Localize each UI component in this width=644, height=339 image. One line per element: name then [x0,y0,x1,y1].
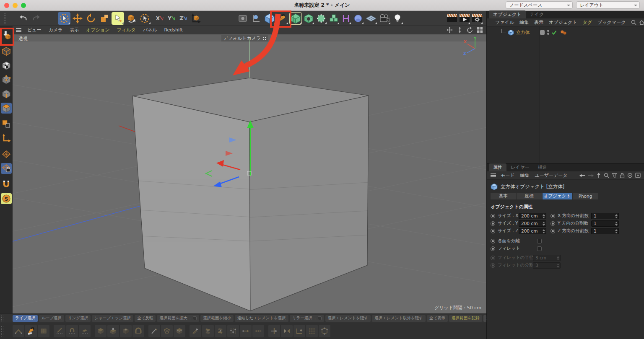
quadrangulate-tool[interactable] [38,325,49,337]
mirror-tool[interactable] [268,325,280,337]
cube-object[interactable] [132,78,369,311]
scale-tool-button[interactable] [98,12,111,25]
section-tab-basic[interactable]: 基本 [491,193,516,199]
make-editable-button[interactable] [1,30,12,41]
edge-mode-button[interactable] [1,88,12,99]
toolbar-drag-handle[interactable] [3,13,6,24]
ring-selection-command[interactable]: リング選択 [65,315,91,322]
live-selection-command[interactable]: ライブ選択 [13,315,38,322]
lock-x-axis-button[interactable]: X [154,12,165,25]
viewport-menu-icon[interactable] [16,28,21,32]
search-icon[interactable] [631,20,636,25]
snap-button[interactable] [1,179,12,190]
shrink-selection-command[interactable]: 選択範囲を縮小 [200,315,234,322]
collapse-tool[interactable] [281,325,293,337]
dolly-view-icon[interactable] [457,27,463,33]
menu-camera[interactable]: カメラ [49,27,63,33]
asset-box-button[interactable] [236,12,249,25]
untriangulate-tool[interactable] [215,325,226,337]
nodespace-select[interactable]: ノードスペース [506,1,573,9]
filter-icon[interactable] [612,173,617,178]
keyframe-radio[interactable] [491,246,495,251]
live-selection-tool-button[interactable] [58,12,70,25]
minimize-window-button[interactable] [13,3,18,8]
menu-options[interactable]: オプション [86,27,109,33]
history-back-icon[interactable] [579,173,585,178]
knife-tool[interactable] [148,325,160,337]
om-menu-tags[interactable]: タグ [583,19,592,26]
lock-workplane-button[interactable] [1,163,12,174]
om-menu-bookmarks[interactable]: ブックマーク [597,19,626,26]
rotate-view-icon[interactable] [467,27,473,33]
select-connected-command[interactable]: 連結したエレメントを選択 [235,315,288,322]
redo-button[interactable] [30,12,43,25]
om-menu-file[interactable]: ファイル [495,19,514,26]
size-y-field[interactable]: 200 cm [519,220,546,227]
focus-target-icon[interactable] [627,173,633,178]
lock-icon[interactable] [620,173,625,178]
toggle-view-layout-icon[interactable] [477,27,483,33]
boole-generator-button[interactable] [303,12,314,25]
smooth-shift-tool[interactable] [161,325,173,337]
grow-selection-command[interactable]: 選択範囲を拡大... [157,315,199,322]
subdivision-surface-button[interactable] [289,12,302,25]
cage-deform-tool[interactable] [319,325,330,337]
keyframe-radio[interactable] [491,221,495,226]
object-tree[interactable]: 立方体 [487,27,644,163]
attribute-menu-icon[interactable] [491,173,496,177]
stepper-icon[interactable] [615,214,618,218]
line-cut-tool[interactable] [54,325,65,337]
point-snap-grid-tool[interactable] [306,325,318,337]
lock-y-axis-button[interactable]: Y [166,12,177,25]
camera-object-button[interactable] [378,12,391,25]
am-menu-mode[interactable]: モード [501,172,515,179]
spline-tools-button[interactable] [340,12,351,25]
render-view-button[interactable] [446,12,458,25]
coordinate-system-button[interactable] [190,12,202,25]
keyframe-radio[interactable] [491,239,495,243]
hide-selected-command[interactable]: 選択エレメントを隠す [325,315,371,322]
object-row-cube[interactable]: 立方体 [487,28,644,36]
deformer-button[interactable] [315,12,327,25]
normal-move-tool[interactable] [190,325,201,337]
home-icon[interactable] [639,20,644,25]
subdivide-tool[interactable] [202,325,214,337]
lock-z-axis-button[interactable]: Z [178,12,189,25]
keyframe-radio[interactable] [551,229,555,233]
om-menu-view[interactable]: 表示 [534,19,543,26]
enabled-check-icon[interactable] [551,30,557,35]
phong-tag-icon[interactable] [560,30,567,35]
pan-view-icon[interactable] [447,27,453,33]
keyframe-radio[interactable] [491,229,495,233]
axis-chart-button[interactable] [250,12,262,25]
menu-view[interactable]: ビュー [27,27,42,33]
stepper-icon[interactable] [615,222,618,226]
texture-mode-button[interactable] [1,60,12,71]
extrude-inner-tool[interactable] [120,325,132,337]
object-name[interactable]: 立方体 [516,29,530,36]
mirror-selection-command[interactable]: ミラー選択... [290,315,324,322]
render-to-picture-viewer-button[interactable] [459,12,470,25]
split-tool[interactable] [252,325,264,337]
keyframe-radio[interactable] [491,214,495,218]
matrix-extrude-tool[interactable] [132,325,144,337]
camera-options-icon[interactable] [263,37,266,40]
sharp-edge-selection-command[interactable]: シャープエッジ選択 [92,315,133,322]
keyframe-radio[interactable] [551,214,555,218]
close-window-button[interactable] [4,3,9,8]
search-icon[interactable] [604,173,609,178]
bar-drag-handle[interactable] [1,326,3,336]
field-button[interactable] [352,12,364,25]
viewport-3d[interactable]: 透視 デフォルトカメラ Y X Z グリッド間隔 : 50 cm [13,34,486,313]
enable-axis-button[interactable] [1,133,12,144]
segments-y-field[interactable]: 1 [591,220,619,227]
extrude-tool[interactable] [107,325,119,337]
invert-all-command[interactable]: 全て反転 [135,315,156,322]
viewport-canvas[interactable] [13,34,486,313]
section-tab-coordinates[interactable]: 座標 [517,193,542,199]
axis-center-tool[interactable] [293,325,305,337]
section-tab-object[interactable]: オブジェクト [543,193,572,199]
tab-attributes[interactable]: 属性 [489,163,506,171]
quantize-button[interactable]: S [1,193,12,204]
tab-layers[interactable]: レイヤー [506,163,534,171]
